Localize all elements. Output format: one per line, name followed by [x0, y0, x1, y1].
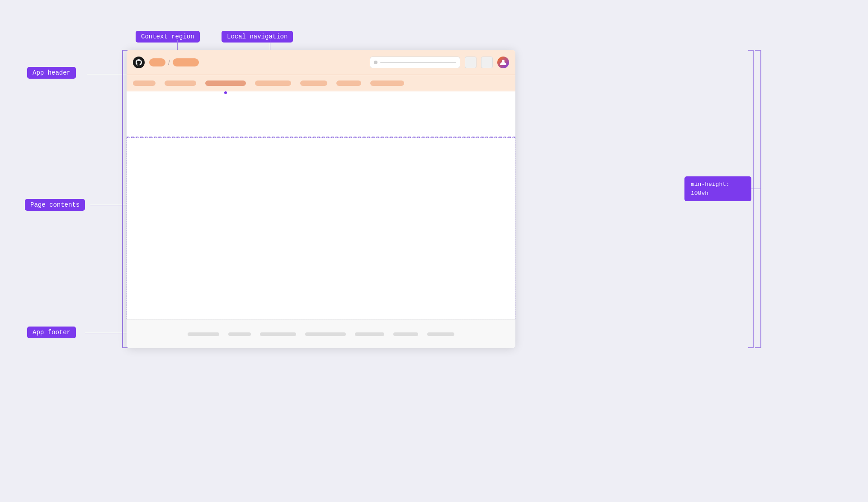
app-header-connector	[87, 74, 128, 74]
app-footer	[127, 319, 515, 348]
header-icon-btn-1[interactable]	[465, 57, 476, 68]
nav-active-indicator	[224, 91, 227, 94]
page-content	[127, 137, 515, 319]
nav-item-7[interactable]	[370, 81, 404, 86]
nav-item-2[interactable]	[165, 81, 196, 86]
github-logo-icon	[133, 57, 145, 68]
nav-item-6[interactable]	[336, 81, 361, 86]
breadcrumb-item-2	[173, 58, 199, 66]
nav-item-5[interactable]	[300, 81, 327, 86]
page-contents-tooltip: Page contents	[25, 199, 85, 211]
browser-mockup: /	[127, 50, 515, 348]
sub-nav	[127, 75, 515, 91]
footer-link-7	[427, 332, 454, 336]
footer-link-4	[305, 332, 346, 336]
app-footer-tooltip: App footer	[27, 327, 76, 338]
header-icon-btn-2[interactable]	[481, 57, 493, 68]
footer-link-1	[188, 332, 219, 336]
breadcrumb: /	[149, 58, 199, 66]
nav-item-1[interactable]	[133, 81, 156, 86]
app-header-tooltip: App header	[27, 67, 76, 79]
page-contents-connector	[90, 205, 129, 205]
breadcrumb-item-1	[149, 58, 165, 66]
footer-link-2	[228, 332, 251, 336]
right-bracket-outer	[755, 50, 761, 348]
app-header: /	[127, 50, 515, 75]
footer-link-6	[393, 332, 418, 336]
local-navigation-tooltip: Local navigation	[222, 31, 293, 43]
avatar[interactable]	[497, 57, 509, 68]
search-line	[380, 62, 456, 63]
min-height-tooltip: min-height: 100vh	[684, 176, 751, 201]
right-bracket-inner	[748, 50, 754, 348]
context-region-tooltip: Context region	[136, 31, 200, 43]
search-icon	[374, 61, 377, 64]
footer-link-5	[355, 332, 384, 336]
nav-item-3-active[interactable]	[205, 81, 246, 86]
footer-link-3	[260, 332, 296, 336]
min-height-connector	[751, 189, 761, 189]
app-footer-connector	[85, 333, 128, 333]
nav-item-4[interactable]	[255, 81, 291, 86]
breadcrumb-slash: /	[168, 59, 170, 66]
search-bar[interactable]	[370, 57, 460, 68]
